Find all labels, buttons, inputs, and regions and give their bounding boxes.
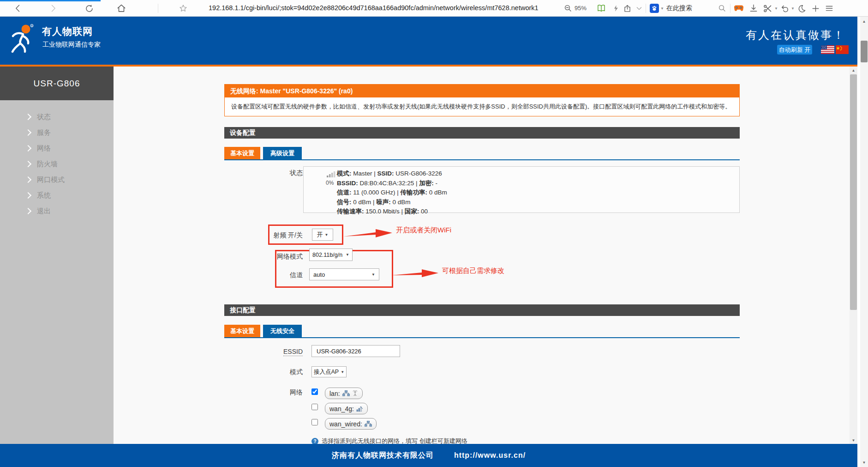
- forward-button[interactable]: [47, 2, 59, 14]
- undo-closed-tab-button[interactable]: [779, 2, 791, 14]
- essid-input[interactable]: [311, 345, 400, 357]
- scroll-up-icon[interactable]: ▲: [860, 18, 868, 25]
- status-lines: 模式: Master | SSID: USR-G806-3226 BSSID: …: [337, 169, 447, 217]
- wireless-overview-panel: 无线网络: Master "USR-G806-3226" (ra0) 设备配置区…: [224, 84, 740, 116]
- sidebar-item-services[interactable]: 服务: [0, 125, 114, 140]
- footer-website-link[interactable]: http://www.usr.cn/: [454, 451, 526, 460]
- page-footer: 济南有人物联网技术有限公司 http://www.usr.cn/: [0, 444, 857, 467]
- chevron-down-icon: [635, 5, 643, 12]
- paw-icon: [651, 5, 658, 12]
- select-caret-icon: ▼: [341, 370, 344, 374]
- network-label: 网络: [224, 388, 303, 397]
- sidebar-item-label: 系统: [37, 191, 51, 200]
- channel-select[interactable]: auto▼: [309, 268, 379, 280]
- tab-basic-settings[interactable]: 基本设置: [224, 147, 260, 159]
- sidebar: USR-G806 状态 服务 网络 防火墙 网口模式 系统 退出: [0, 67, 114, 444]
- chevron-right-icon: [25, 176, 31, 183]
- browser-scrollbar[interactable]: ▲ ▼: [860, 17, 868, 467]
- toolbar-divider: [646, 4, 646, 13]
- browser-menu-button[interactable]: [823, 2, 835, 14]
- channel-value: auto: [313, 271, 325, 278]
- download-icon: [749, 4, 758, 13]
- search-input[interactable]: 在此搜索: [666, 4, 692, 12]
- search-engine-logo[interactable]: [650, 4, 659, 13]
- book-icon: [597, 4, 606, 13]
- brand-title: 有人物联网: [42, 25, 93, 38]
- back-button[interactable]: [12, 2, 24, 14]
- browser-toolbar: 192.168.1.1/cgi-bin/luci/;stok=94d02e2e8…: [0, 0, 868, 17]
- page-title: 无线网络: Master "USR-G806-3226" (ra0): [225, 85, 739, 97]
- search-engine-caret-icon[interactable]: ▼: [660, 6, 664, 11]
- sidebar-item-network[interactable]: 网络: [0, 140, 114, 156]
- bookmark-button[interactable]: [177, 2, 189, 14]
- sidebar-item-logout[interactable]: 退出: [0, 203, 114, 219]
- signal-strength-icon: [327, 170, 336, 177]
- sidebar-item-system[interactable]: 系统: [0, 188, 114, 203]
- search-button[interactable]: [716, 2, 728, 14]
- url-field[interactable]: 192.168.1.1/cgi-bin/luci/;stok=94d02e2e8…: [209, 4, 539, 12]
- lightning-icon: [612, 4, 620, 12]
- language-english-flag[interactable]: [821, 45, 834, 54]
- night-mode-button[interactable]: [796, 2, 808, 14]
- mode-select[interactable]: 接入点AP▼: [311, 366, 347, 377]
- sidebar-item-label: 状态: [37, 113, 51, 121]
- page-description: 设备配置区域可配置无线的硬件参数，比如信道、发射功率或发射天线(如果此无线模块硬…: [225, 97, 739, 111]
- network-option-lan-checkbox[interactable]: [311, 388, 318, 395]
- select-caret-icon: ▼: [371, 273, 375, 277]
- status-label: 状态: [224, 169, 303, 177]
- undo-icon: [780, 4, 790, 13]
- ethernet-icon: [342, 390, 350, 396]
- tab-advanced-settings[interactable]: 高级设置: [263, 147, 302, 159]
- network-option-label: wan_4g:: [329, 405, 354, 412]
- toolbar-more-button[interactable]: [633, 2, 645, 14]
- forward-icon: [48, 4, 58, 13]
- screen: 192.168.1.1/cgi-bin/luci/;stok=94d02e2e8…: [0, 0, 868, 467]
- scroll-up-icon[interactable]: ▲: [850, 67, 857, 74]
- zoom-out-icon: [564, 4, 572, 12]
- network-option-label: lan:: [329, 390, 340, 397]
- games-button[interactable]: [733, 2, 745, 14]
- status-line-channel-txpower: 信道: 11 (0.000 GHz) | 传输功率: 0 dBm: [337, 188, 447, 198]
- scroll-down-icon[interactable]: ▼: [860, 459, 868, 466]
- sidebar-menu: 状态 服务 网络 防火墙 网口模式 系统 退出: [0, 109, 114, 219]
- sidebar-item-port-mode[interactable]: 网口模式: [0, 172, 114, 188]
- page-scrollbar-thumb[interactable]: [850, 74, 857, 310]
- network-option-wan4g-checkbox[interactable]: [311, 404, 318, 410]
- refresh-button[interactable]: [83, 2, 95, 14]
- network-option-wanwired-checkbox[interactable]: [311, 419, 318, 425]
- tab-wireless-security[interactable]: 无线安全: [263, 325, 302, 337]
- radio-switch-select[interactable]: 开▼: [312, 229, 333, 241]
- status-line-signal-noise: 信号: 0 dBm | 噪声: 0 dBm: [337, 198, 447, 207]
- chevron-right-icon: [25, 114, 31, 120]
- network-option-wan-4g[interactable]: wan_4g:: [325, 403, 368, 414]
- zoom-level[interactable]: 95%: [575, 5, 587, 12]
- channel-label: 信道: [224, 271, 303, 279]
- network-mode-select[interactable]: 802.11b/g/n▼: [309, 249, 353, 261]
- browser-scrollbar-thumb[interactable]: [861, 41, 868, 62]
- home-button[interactable]: [115, 2, 127, 14]
- chevron-right-icon: [25, 145, 31, 152]
- share-button[interactable]: [621, 2, 633, 14]
- annotation-channel-note: 可根据自己需求修改: [442, 267, 504, 275]
- interface-config-tabs: 基本设置 无线安全: [224, 325, 302, 337]
- quick-access-button[interactable]: [610, 2, 622, 14]
- tab-iface-basic-settings[interactable]: 基本设置: [224, 325, 260, 337]
- language-chinese-flag[interactable]: [836, 45, 849, 54]
- cellular-signal-icon: [356, 406, 363, 412]
- signal-percent: 0%: [326, 180, 334, 186]
- sidebar-item-status[interactable]: 状态: [0, 109, 114, 125]
- undo-caret-icon[interactable]: ▼: [791, 6, 795, 11]
- screenshot-caret-icon[interactable]: ▼: [774, 6, 778, 11]
- new-tab-button[interactable]: [809, 2, 821, 14]
- chevron-right-icon: [25, 129, 31, 136]
- downloads-button[interactable]: [748, 2, 760, 14]
- screenshot-button[interactable]: [761, 2, 773, 14]
- zoom-out-button[interactable]: [562, 2, 574, 14]
- reading-mode-button[interactable]: [595, 2, 607, 14]
- network-option-wan-wired[interactable]: wan_wired:: [325, 418, 377, 430]
- page-scrollbar[interactable]: ▲ ▼: [850, 67, 857, 444]
- network-option-lan[interactable]: lan:: [325, 388, 363, 399]
- scroll-down-icon[interactable]: ▼: [850, 437, 857, 444]
- sidebar-item-firewall[interactable]: 防火墙: [0, 156, 114, 172]
- auto-refresh-toggle[interactable]: 自动刷新 开: [777, 45, 812, 55]
